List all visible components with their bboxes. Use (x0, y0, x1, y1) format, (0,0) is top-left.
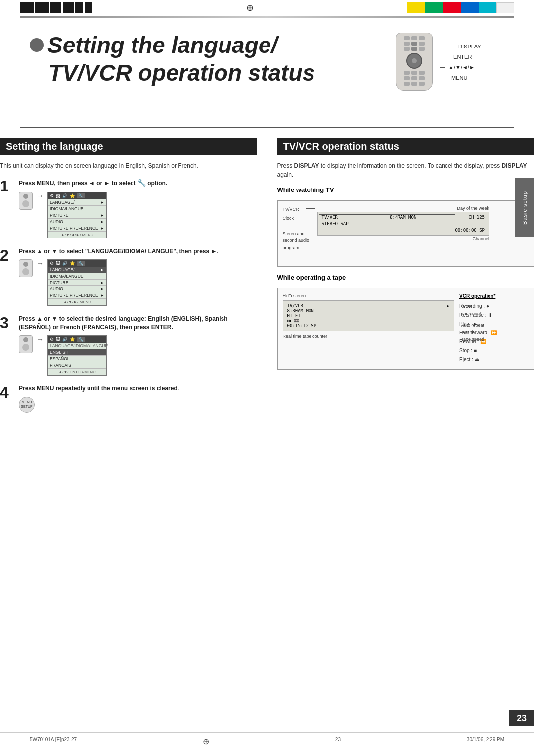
black-square-6 (85, 2, 92, 13)
tv-left-labels: TV/VCR Clock Stereo andsecond audioprogr… (283, 206, 310, 251)
stereo-sap-display: STEREO SAP (322, 221, 349, 226)
remote-btn (419, 42, 425, 46)
cyan-square (479, 2, 496, 13)
tape-screen: TV/VCR ► 8:30AM MON HI-FI ⏮ 📼 (283, 300, 455, 331)
crosshair-top-center: ⊕ (246, 2, 254, 13)
menu-item-picture-pref: PICTURE PREFERENCE ► (48, 225, 106, 232)
footer: 5W70101A [E]p23-27 ⊕ 23 30/1/06, 2:29 PM (0, 732, 534, 746)
step-2-content: Press ▲ or ▼ to select "LANGUAGE/IDIOMA/… (19, 247, 257, 306)
step-3-content: Press ▲ or ▼ to select the desired langu… (19, 315, 257, 376)
tape-diagram-content: Hi-Fi stereo TV/VCR ► 8:30AM MON HI-FI (283, 293, 529, 364)
remote-btn-enter (411, 47, 417, 51)
header-title: Setting the language/ TV/VCR operation s… (30, 33, 396, 122)
tape-time: 8:30AM MON (287, 308, 314, 313)
tape-bottom-labels: Real time tape counter (283, 333, 455, 340)
active-icon-3: 🔧 (77, 337, 85, 342)
white-square (496, 2, 514, 13)
remote-btn (411, 82, 417, 86)
tape-row5: 00:15:12 SP (287, 323, 450, 328)
tape-left-labels: Hi-Fi stereo (283, 293, 455, 298)
tape-title: While operating a tape (277, 274, 534, 283)
menu-line (440, 78, 448, 78)
footer-left: 5W70101A [E]p23-27 (30, 737, 77, 746)
mini-remote-2 (19, 259, 33, 277)
step-number-3: 3 (0, 315, 14, 331)
menu-item-picture: PICTURE ► (48, 212, 106, 219)
vcr-eject: Eject : ⏏ (459, 355, 529, 364)
remote-btn (404, 36, 410, 40)
tv-screen-area: TV/VCR Clock Stereo andsecond audioprogr… (283, 206, 529, 241)
time-display: 8:47AM MON (390, 215, 416, 220)
remote-btn (411, 36, 417, 40)
remote-shape (396, 33, 433, 91)
lang-english: ENGLISH (48, 349, 106, 356)
label-menu: MENU (440, 73, 481, 83)
black-square-3 (50, 2, 61, 13)
setting-language-intro: This unit can display the on screen lang… (0, 161, 257, 170)
tape-play-icon: ► (447, 303, 450, 308)
menu-screen-2: ⚙🖼🔊⭐🔧 LANGUAGE/ ► IDIOMA/LANGUE PICTURE … (47, 259, 107, 306)
blue-square (461, 2, 479, 13)
remote-btn (404, 76, 410, 80)
step-2: 2 Press ▲ or ▼ to select "LANGUAGE/IDIOM… (0, 247, 257, 306)
step-4-content: Press MENU repeatedly until the menu scr… (19, 384, 257, 413)
remote-row-4 (399, 71, 430, 75)
tape-row4: ⏮ 📼 (287, 318, 450, 323)
footer-right: 30/1/06, 2:29 PM (467, 737, 504, 746)
step-1-text: Press MENU, then press ◄ or ► to select … (19, 178, 257, 188)
menu-item-idioma: IDIOMA/LANGUE (48, 206, 106, 212)
menu-setup-btn: MENUSETUP (19, 397, 35, 413)
remote-btn (404, 82, 410, 86)
menu-item-audio: AUDIO ► (48, 219, 106, 225)
remote-row-3 (399, 47, 430, 51)
lang-title-row: LANGUAGE/IDIOMA/LANGUE (48, 343, 106, 349)
menu-icons-row-3: ⚙🖼🔊⭐🔧 (48, 336, 106, 343)
arrow-right-2: → (37, 259, 44, 267)
ch-display: CH 125 (468, 215, 485, 220)
top-decoration-bar: ⊕ (0, 0, 534, 16)
lang-espanol: ESPAÑOL (48, 356, 106, 362)
step-4: 4 Press MENU repeatedly until the menu s… (0, 384, 257, 413)
watching-tv-title: While watching TV (277, 186, 534, 195)
label-arrows: ▲/▼/◄/► (440, 62, 481, 73)
day-label-area: Day of the week (317, 206, 490, 211)
display-line (440, 47, 455, 47)
tv-vcr-label: TV/VCR (283, 206, 310, 213)
tv-vcr-line (306, 208, 315, 209)
step-3-text: Press ▲ or ▼ to select the desired langu… (19, 315, 257, 331)
tape-speed-annotation: Tape speed (461, 336, 484, 343)
remote-circle-arrows (406, 53, 422, 69)
day-of-week-label: Day of the week (457, 206, 489, 211)
remote-row-5 (399, 76, 430, 80)
main-content: Setting the language This unit can displ… (0, 138, 534, 471)
remote-row-2 (399, 42, 430, 46)
tv-vcr-intro: Press DISPLAY to display the information… (277, 161, 534, 179)
footer-crosshair: ⊕ (203, 737, 209, 746)
active-icon: 🔧 (77, 193, 85, 198)
menu-item-language-sel: LANGUAGE/ ► (48, 267, 106, 273)
lang-francais: FRANCAIS (48, 362, 106, 369)
remote-btn-display (411, 42, 417, 46)
tape-timecode: 00:15:12 SP (287, 323, 317, 328)
tape-icon1: ⏮ (287, 318, 292, 323)
page-subtitle: TV/VCR operation status (30, 60, 396, 86)
red-square (443, 2, 461, 13)
remote-btn (419, 76, 425, 80)
menu-item-language: LANGUAGE/ ► (48, 199, 106, 206)
remote-btn (419, 71, 425, 75)
tape-left: Hi-Fi stereo TV/VCR ► 8:30AM MON HI-FI (283, 293, 455, 364)
setting-language-title: Setting the language (0, 138, 257, 155)
remote-btn (419, 36, 425, 40)
channel-label-area: Channel (317, 236, 490, 241)
menu-item-audio-2: AUDIO ► (48, 286, 106, 292)
step-1-content: Press MENU, then press ◄ or ► to select … (19, 178, 257, 238)
timecode-display: 00:00:00 SP (455, 228, 485, 233)
black-square-4 (63, 2, 74, 13)
step-2-illustration: → ⚙🖼🔊⭐🔧 LANGUAGE/ ► IDIOMA/LANGUE PICTUR… (19, 259, 257, 306)
black-squares-left (20, 2, 92, 13)
tape-row1: TV/VCR ► (287, 303, 450, 308)
tape-hifi: HI-FI (287, 313, 301, 318)
mini-btn-2 (23, 262, 28, 267)
tv-display-row1: TV/VCR 8:47AM MON CH 125 (322, 215, 485, 220)
clock-line (306, 217, 315, 217)
